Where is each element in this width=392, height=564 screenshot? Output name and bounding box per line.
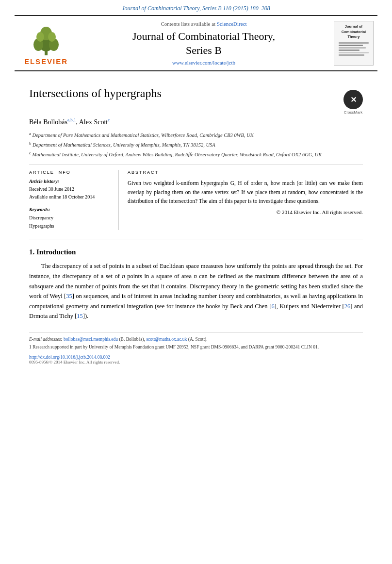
email2-person: (A. Scott). bbox=[188, 337, 208, 342]
journal-thumbnail: Journal ofCombinatorialTheory bbox=[334, 21, 374, 66]
email1-person: (B. Bollobás), bbox=[119, 337, 146, 342]
abstract-header: ABSTRACT bbox=[128, 170, 363, 175]
author2-sup: c bbox=[108, 117, 110, 122]
crossmark-label: CrossMark bbox=[344, 110, 363, 115]
email1-link[interactable]: bollobas@msci.memphis.edu bbox=[64, 337, 118, 342]
email2-link[interactable]: scott@maths.ox.ac.uk bbox=[146, 337, 187, 342]
journal-header-box: ELSEVIER Contents lists available at Sci… bbox=[15, 15, 377, 71]
contents-line: Contents lists available at ScienceDirec… bbox=[161, 21, 246, 27]
article-info-abstract: ARTICLE INFO Article history: Received 3… bbox=[29, 165, 363, 230]
authors-line: Béla Bollobása,b,1, Alex Scottc bbox=[29, 117, 363, 126]
section-1-paragraph: The discrepancy of a set of points in a … bbox=[29, 261, 363, 321]
ref-15[interactable]: 15 bbox=[77, 313, 83, 319]
author2-name: , Alex Scott bbox=[76, 118, 108, 126]
footnote-1: 1 Research supported in part by Universi… bbox=[29, 345, 319, 349]
copyright-line: © 2014 Elsevier Inc. All rights reserved… bbox=[128, 209, 363, 215]
abstract-col: ABSTRACT Given two weighted k-uniform hy… bbox=[128, 170, 363, 230]
doi-area: http://dx.doi.org/10.1016/j.jctb.2014.08… bbox=[29, 355, 363, 365]
footnotes-area: E-mail addresses: bollobas@msci.memphis.… bbox=[29, 332, 363, 351]
received-date: Received 30 June 2012 bbox=[29, 185, 112, 193]
elsevier-logo-area: ELSEVIER bbox=[15, 19, 78, 67]
journal-center-info: Contents lists available at ScienceDirec… bbox=[78, 19, 330, 67]
ref-35[interactable]: 35 bbox=[66, 293, 72, 299]
affil-a: a Department of Pure Mathematics and Mat… bbox=[29, 133, 254, 138]
journal-url[interactable]: www.elsevier.com/locate/jctb bbox=[172, 60, 235, 66]
ref-6[interactable]: 6 bbox=[271, 303, 274, 310]
section-divider bbox=[29, 239, 363, 239]
article-info-header: ARTICLE INFO bbox=[29, 170, 112, 175]
article-info-col: ARTICLE INFO Article history: Received 3… bbox=[29, 170, 119, 230]
keywords-label: Keywords: bbox=[29, 207, 112, 212]
crossmark-circle: ✕ bbox=[343, 90, 363, 109]
email-addresses-label: E-mail addresses: bbox=[29, 337, 63, 342]
issn-line: 0095-8956/© 2014 Elsevier Inc. All right… bbox=[29, 360, 120, 365]
keyword-2: Hypergraphs bbox=[29, 222, 112, 230]
sciencedirect-link[interactable]: ScienceDirect bbox=[217, 21, 247, 27]
history-label: Article history: bbox=[29, 179, 112, 184]
doi-link[interactable]: http://dx.doi.org/10.1016/j.jctb.2014.08… bbox=[29, 355, 110, 360]
section-1: 1. Introduction The discrepancy of a set… bbox=[29, 248, 363, 321]
elsevier-tree-icon bbox=[29, 26, 64, 56]
main-content: Intersections of hypergraphs ✕ CrossMark… bbox=[0, 71, 392, 374]
abstract-text: Given two weighted k-uniform hypergraphs… bbox=[128, 179, 363, 205]
keyword-1: Discrepancy bbox=[29, 214, 112, 222]
section-1-title: 1. Introduction bbox=[29, 248, 363, 256]
article-title: Intersections of hypergraphs bbox=[29, 87, 162, 100]
elsevier-wordmark: ELSEVIER bbox=[24, 57, 68, 66]
journal-title-display: Journal of Combinatorial Theory, Series … bbox=[132, 30, 275, 57]
author1-sup: a,b,1 bbox=[67, 117, 76, 122]
svg-point-5 bbox=[36, 32, 44, 42]
affil-c: c Mathematical Institute, University of … bbox=[29, 152, 322, 157]
crossmark-badge-area[interactable]: ✕ CrossMark bbox=[343, 90, 363, 115]
affiliations-block: a Department of Pure Mathematics and Mat… bbox=[29, 130, 363, 159]
available-date: Available online 18 October 2014 bbox=[29, 193, 112, 201]
journal-citation-top: Journal of Combinatorial Theory, Series … bbox=[0, 0, 392, 15]
svg-point-6 bbox=[48, 32, 56, 42]
thumb-title: Journal ofCombinatorialTheory bbox=[342, 24, 366, 40]
author1-name: Béla Bollobás bbox=[29, 118, 67, 126]
ref-26[interactable]: 26 bbox=[344, 303, 351, 310]
affil-b: b Department of Mathematical Sciences, U… bbox=[29, 142, 215, 148]
